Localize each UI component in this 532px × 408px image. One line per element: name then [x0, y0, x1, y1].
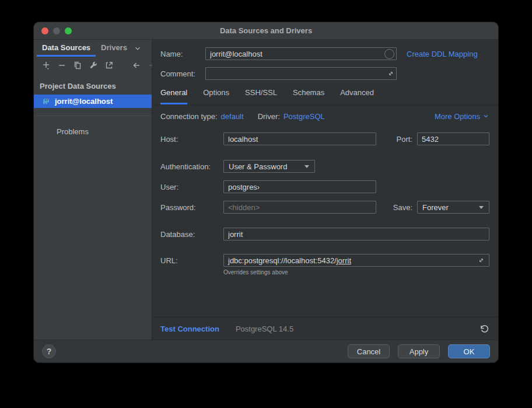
sidebar: Data Sources Drivers — [34, 40, 152, 340]
help-button[interactable]: ? — [42, 344, 56, 358]
url-database-text: jorrit — [337, 256, 351, 265]
authentication-label: Authentication: — [160, 162, 223, 171]
sidebar-divider — [34, 116, 152, 116]
url-note: Overrides settings above — [223, 269, 288, 276]
comment-input[interactable] — [205, 67, 397, 80]
url-expand-icon[interactable] — [478, 257, 485, 264]
port-input[interactable] — [417, 132, 489, 145]
tab-general[interactable]: General — [160, 88, 187, 104]
sidebar-tabbar: Data Sources Drivers — [34, 40, 152, 57]
remove-button[interactable] — [57, 61, 66, 70]
plus-icon — [41, 61, 51, 70]
window-title: Data Sources and Drivers — [34, 26, 498, 35]
section-title-project-data-sources: Project Data Sources — [40, 82, 152, 90]
name-input[interactable] — [205, 47, 397, 60]
revert-button[interactable] — [479, 323, 489, 334]
url-input[interactable]: jdbc:postgresql://localhost:5432/jorrit — [223, 254, 489, 267]
minus-icon — [57, 61, 66, 70]
database-label: Database: — [160, 230, 223, 239]
user-label: User: — [160, 183, 223, 191]
connection-type-value-link[interactable]: default — [221, 112, 244, 121]
circle-spinner-icon — [384, 49, 394, 59]
test-connection-bar: Test Connection PostgreSQL 14.5 — [152, 317, 498, 340]
close-button[interactable] — [41, 27, 48, 34]
copy-icon — [73, 61, 82, 70]
chevron-down-icon — [482, 113, 489, 120]
data-source-item-label: jorrit@localhost — [55, 97, 113, 106]
url-prefix-text: jdbc:postgresql://localhost:5432/ — [228, 256, 337, 265]
user-input[interactable] — [223, 180, 376, 193]
database-version-text: PostgreSQL 14.5 — [236, 325, 293, 333]
host-label: Host: — [160, 135, 223, 144]
question-icon: ? — [47, 347, 52, 356]
tabs-chevron-down-icon[interactable] — [134, 40, 142, 57]
more-options-label: More Options — [435, 112, 480, 121]
driver-value-link[interactable]: PostgreSQL — [284, 112, 325, 121]
name-label: Name: — [160, 50, 205, 58]
sidebar-item-problems[interactable]: Problems — [34, 127, 152, 136]
zoom-button[interactable] — [65, 27, 72, 34]
ok-button[interactable]: OK — [448, 344, 490, 358]
back-button[interactable] — [132, 61, 141, 70]
save-select[interactable]: Forever — [417, 201, 489, 214]
save-value: Forever — [422, 203, 449, 212]
properties-button[interactable] — [89, 61, 98, 70]
desktop-background: Data Sources and Drivers Data Sources Dr… — [0, 0, 532, 408]
open-ddl-button[interactable] — [104, 61, 114, 70]
duplicate-button[interactable] — [73, 61, 82, 70]
arrow-left-icon — [132, 61, 141, 70]
open-in-editor-icon — [104, 61, 114, 70]
authentication-value: User & Password — [229, 162, 287, 171]
general-tab-content: Connection type: default Driver: Postgre… — [152, 105, 498, 317]
data-source-item-jorrit[interactable]: jorrit@localhost — [34, 95, 152, 108]
driver-label: Driver: — [258, 112, 280, 121]
more-options-link[interactable]: More Options — [435, 112, 489, 121]
dropdown-arrow-icon — [304, 164, 310, 169]
save-label: Save: — [393, 203, 412, 212]
minimize-button — [53, 27, 60, 34]
test-connection-link[interactable]: Test Connection — [160, 325, 219, 333]
tab-advanced[interactable]: Advanced — [340, 88, 374, 104]
main-pane: Name: Create DDL Mapping Comment: — [152, 40, 498, 340]
url-label: URL: — [160, 256, 223, 265]
password-input[interactable] — [223, 201, 376, 214]
add-button[interactable] — [41, 61, 51, 70]
database-input[interactable] — [223, 228, 489, 240]
tab-ssh-ssl[interactable]: SSH/SSL — [245, 88, 277, 104]
port-label: Port: — [397, 135, 412, 144]
cancel-button[interactable]: Cancel — [348, 344, 390, 358]
window-controls — [41, 27, 72, 34]
authentication-select[interactable]: User & Password — [223, 160, 315, 173]
comment-label: Comment: — [160, 69, 205, 78]
undo-icon — [480, 324, 489, 333]
tab-schemas[interactable]: Schemas — [293, 88, 324, 104]
tab-drivers[interactable]: Drivers — [96, 40, 132, 57]
connection-type-label: Connection type: — [160, 112, 218, 121]
settings-tabbar: General Options SSH/SSL Schemas Advanced — [160, 88, 489, 104]
tab-options[interactable]: Options — [203, 88, 229, 104]
tab-data-sources[interactable]: Data Sources — [37, 40, 96, 57]
host-input[interactable] — [223, 132, 376, 145]
wrench-icon — [89, 61, 98, 70]
data-sources-dialog: Data Sources and Drivers Data Sources Dr… — [33, 22, 499, 363]
sidebar-toolbar — [34, 57, 152, 74]
create-ddl-mapping-link[interactable]: Create DDL Mapping — [407, 50, 478, 58]
dropdown-arrow-icon — [478, 205, 484, 210]
titlebar[interactable]: Data Sources and Drivers — [34, 22, 498, 40]
tab-data-sources-label: Data Sources — [42, 43, 90, 52]
apply-button[interactable]: Apply — [398, 344, 440, 358]
postgresql-elephant-icon — [41, 97, 51, 106]
dialog-button-bar: ? Cancel Apply OK — [34, 340, 498, 362]
tab-drivers-label: Drivers — [101, 43, 127, 52]
comment-expand-icon[interactable] — [387, 70, 394, 77]
header-section: Name: Create DDL Mapping Comment: — [152, 40, 498, 105]
password-label: Password: — [160, 203, 223, 212]
